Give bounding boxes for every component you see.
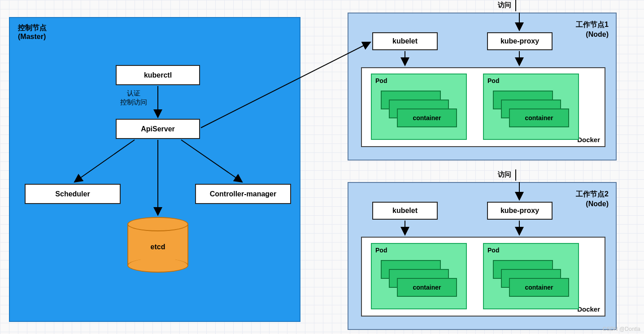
svg-line-1 <box>74 140 135 182</box>
arrows-layer <box>0 0 644 334</box>
svg-line-2 <box>181 140 242 182</box>
svg-line-4 <box>201 42 370 128</box>
